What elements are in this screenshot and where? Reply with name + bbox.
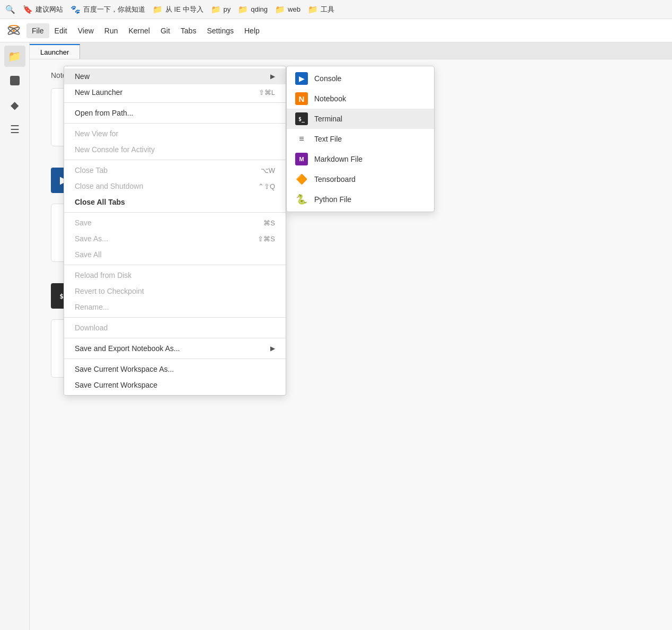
new-submenu: ▶ Console N Notebook $_ Terminal ≡ Text … (286, 66, 435, 212)
svg-point-3 (13, 29, 15, 31)
submenu-item-tensorboard[interactable]: 🔶 Tensorboard (287, 169, 434, 189)
menu-git[interactable]: Git (155, 23, 175, 38)
python-submenu-icon: 🐍 (295, 193, 308, 206)
notebook-submenu-icon: N (295, 92, 308, 105)
separator-8 (64, 358, 286, 359)
separator-4 (64, 212, 286, 213)
dropdown-overlay: New ▶ New Launcher ⇧⌘L Open from Path...… (30, 42, 672, 630)
menu-item-save-workspace[interactable]: Save Current Workspace (64, 377, 286, 393)
menu-item-export-notebook[interactable]: Save and Export Notebook As... ▶ (64, 340, 286, 356)
content-area: 📁 ◆ ☰ Launcher (0, 42, 672, 630)
workspace: Launcher Notebook P PyTorch-1.8 P (30, 42, 672, 630)
bookmark-web[interactable]: 📁 web (275, 5, 300, 14)
separator-5 (64, 265, 286, 265)
submenu-item-python[interactable]: 🐍 Python File (287, 189, 434, 209)
bookmark-jianyiwangzhan[interactable]: 🔖 建议网站 (23, 5, 63, 14)
folder-icon-tools: 📁 (308, 5, 318, 14)
menu-settings[interactable]: Settings (201, 23, 239, 38)
stop-icon (10, 76, 20, 85)
menu-edit[interactable]: Edit (49, 23, 73, 38)
search-icon: 🔍 (5, 5, 15, 14)
separator-1 (64, 102, 286, 103)
folder-icon-web: 📁 (275, 5, 285, 14)
jupyterlab-logo (4, 21, 23, 40)
menu-item-download: Download (64, 320, 286, 336)
menu-file[interactable]: File (26, 23, 49, 38)
menu-item-save: Save ⌘S (64, 215, 286, 231)
menu-item-save-as: Save As... ⇧⌘S (64, 231, 286, 247)
folder-icon: 📁 (8, 50, 21, 63)
submenu-item-textfile[interactable]: ≡ Text File (287, 129, 434, 149)
menu-icon: ☰ (10, 123, 20, 136)
submenu-item-terminal[interactable]: $_ Terminal (287, 109, 434, 129)
console-submenu-icon: ▶ (295, 72, 308, 85)
textfile-submenu-icon: ≡ (295, 133, 308, 145)
submenu-item-markdown[interactable]: M Markdown File (287, 149, 434, 169)
sidebar-running-button[interactable] (4, 70, 25, 91)
separator-6 (64, 317, 286, 318)
tensorboard-submenu-icon: 🔶 (295, 173, 308, 186)
submenu-arrow: ▶ (270, 73, 275, 80)
bookmark-ie[interactable]: 📁 从 IE 中导入 (153, 5, 204, 14)
menu-item-close-shutdown: Close and Shutdown ⌃⇧Q (64, 178, 286, 194)
menu-item-new-launcher[interactable]: New Launcher ⇧⌘L (64, 84, 286, 100)
menu-item-new[interactable]: New ▶ (64, 68, 286, 84)
submenu-item-notebook[interactable]: N Notebook (287, 89, 434, 109)
menu-item-new-console: New Console for Activity (64, 142, 286, 158)
menu-kernel[interactable]: Kernel (123, 23, 155, 38)
bookmark-icon-2: 🐾 (70, 5, 81, 14)
file-menu-dropdown: New ▶ New Launcher ⇧⌘L Open from Path...… (64, 66, 286, 396)
menu-item-rename: Rename... (64, 299, 286, 315)
markdown-submenu-icon: M (295, 153, 308, 165)
bookmark-qding[interactable]: 📁 qding (238, 5, 268, 14)
submenu-item-console[interactable]: ▶ Console (287, 68, 434, 89)
separator-3 (64, 160, 286, 160)
bookmark-py[interactable]: 📁 py (211, 5, 231, 14)
menu-tabs[interactable]: Tabs (175, 23, 202, 38)
folder-icon-ie: 📁 (153, 5, 163, 14)
menu-help[interactable]: Help (239, 23, 265, 38)
git-icon: ◆ (11, 99, 19, 111)
bookmark-icon-1: 🔖 (23, 5, 33, 14)
menu-item-revert: Revert to Checkpoint (64, 283, 286, 299)
menu-item-reload: Reload from Disk (64, 267, 286, 283)
jupyterlab-app: File Edit View Run Kernel Git Tabs Setti… (0, 19, 672, 630)
sidebar-git-button[interactable]: ◆ (4, 94, 25, 116)
bookmark-bar: 🔍 🔖 建议网站 🐾 百度一下，你就知道 📁 从 IE 中导入 📁 py 📁 q… (0, 0, 672, 19)
submenu-arrow-2: ▶ (270, 345, 275, 352)
menu-item-close-all[interactable]: Close All Tabs (64, 194, 286, 210)
bookmark-tools[interactable]: 📁 工具 (308, 5, 334, 14)
menu-item-new-view: New View for (64, 126, 286, 142)
sidebar-files-button[interactable]: 📁 (4, 46, 25, 67)
folder-icon-qding: 📁 (238, 5, 248, 14)
menu-item-close-tab: Close Tab ⌥W (64, 162, 286, 178)
menu-view[interactable]: View (73, 23, 99, 38)
terminal-submenu-icon: $_ (295, 112, 308, 125)
menu-item-open-path[interactable]: Open from Path... (64, 105, 286, 121)
left-sidebar: 📁 ◆ ☰ (0, 42, 30, 630)
bookmark-baidu[interactable]: 🐾 百度一下，你就知道 (70, 5, 145, 14)
menu-item-save-all: Save All (64, 247, 286, 262)
folder-icon-py: 📁 (211, 5, 221, 14)
separator-2 (64, 123, 286, 124)
sidebar-menu-button[interactable]: ☰ (4, 119, 25, 140)
menu-item-save-workspace-as[interactable]: Save Current Workspace As... (64, 361, 286, 377)
menu-run[interactable]: Run (99, 23, 123, 38)
menubar: File Edit View Run Kernel Git Tabs Setti… (0, 19, 672, 42)
separator-7 (64, 338, 286, 338)
